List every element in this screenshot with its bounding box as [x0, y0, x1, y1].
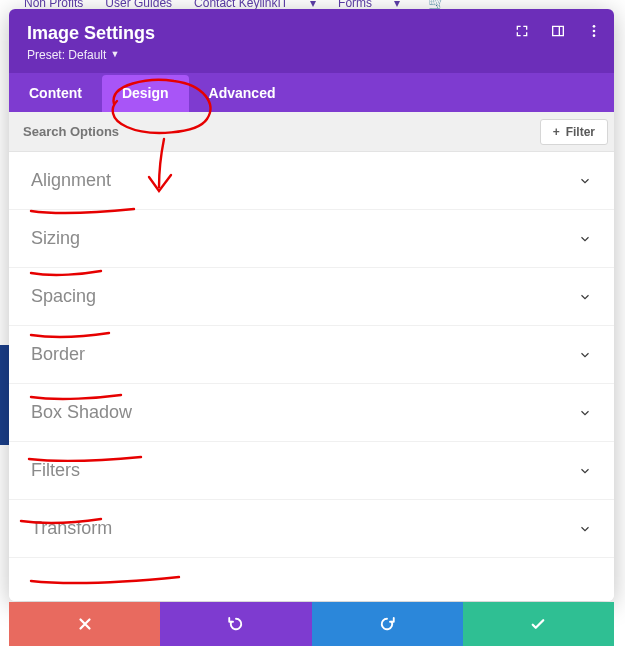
option-label: Spacing — [31, 286, 96, 307]
chevron-down-icon — [578, 406, 592, 420]
option-label: Sizing — [31, 228, 80, 249]
panel-icon[interactable] — [550, 23, 566, 39]
option-sizing[interactable]: Sizing — [9, 210, 614, 268]
tab-advanced[interactable]: Advanced — [189, 73, 296, 112]
undo-button[interactable] — [160, 602, 311, 646]
option-spacing[interactable]: Spacing — [9, 268, 614, 326]
save-button[interactable] — [463, 602, 614, 646]
redo-icon — [378, 615, 396, 633]
modal-footer — [9, 602, 614, 646]
option-label: Box Shadow — [31, 402, 132, 423]
background-stripe — [0, 345, 9, 445]
chevron-down-icon — [578, 290, 592, 304]
chevron-down-icon — [578, 522, 592, 536]
svg-point-2 — [593, 34, 596, 37]
chevron-down-icon — [578, 232, 592, 246]
caret-down-icon: ▼ — [110, 49, 119, 59]
filter-button[interactable]: + Filter — [540, 119, 608, 145]
tab-design[interactable]: Design — [102, 75, 189, 112]
chevron-down-icon — [578, 464, 592, 478]
modal-title: Image Settings — [27, 23, 596, 44]
chevron-down-icon — [578, 174, 592, 188]
option-label: Filters — [31, 460, 80, 481]
option-transform[interactable]: Transform — [9, 500, 614, 558]
options-list[interactable]: Alignment Sizing Spacing Border Box Shad… — [9, 152, 614, 601]
check-icon — [529, 615, 547, 633]
option-label: Transform — [31, 518, 112, 539]
option-alignment[interactable]: Alignment — [9, 152, 614, 210]
option-box-shadow[interactable]: Box Shadow — [9, 384, 614, 442]
preset-selector[interactable]: Preset: Default ▼ — [27, 48, 119, 62]
modal-tabs: Content Design Advanced — [9, 73, 614, 112]
close-icon — [76, 615, 94, 633]
svg-point-1 — [593, 30, 596, 33]
option-filters[interactable]: Filters — [9, 442, 614, 500]
plus-icon: + — [553, 125, 560, 139]
cancel-button[interactable] — [9, 602, 160, 646]
tab-content[interactable]: Content — [9, 73, 102, 112]
option-border[interactable]: Border — [9, 326, 614, 384]
expand-icon[interactable] — [514, 23, 530, 39]
image-settings-modal: Image Settings Preset: Default ▼ Content… — [9, 9, 614, 601]
filter-label: Filter — [566, 125, 595, 139]
redo-button[interactable] — [312, 602, 463, 646]
option-label: Alignment — [31, 170, 111, 191]
svg-point-0 — [593, 25, 596, 28]
option-label: Border — [31, 344, 85, 365]
undo-icon — [227, 615, 245, 633]
kebab-menu-icon[interactable] — [586, 23, 602, 39]
search-input[interactable] — [9, 112, 540, 151]
chevron-down-icon — [578, 348, 592, 362]
search-row: + Filter — [9, 112, 614, 152]
preset-label: Preset: Default — [27, 48, 106, 62]
modal-header: Image Settings Preset: Default ▼ — [9, 9, 614, 73]
